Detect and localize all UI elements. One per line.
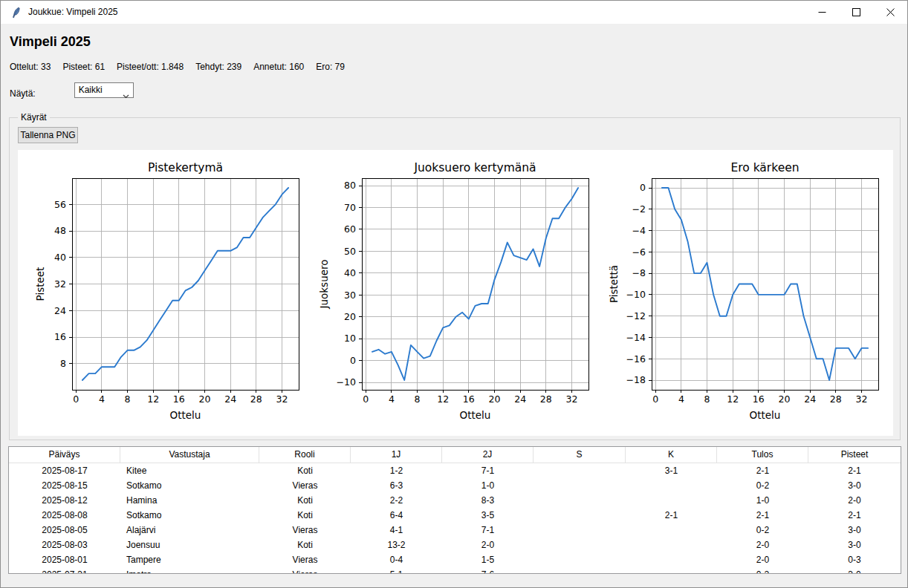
svg-text:8: 8 [704, 393, 710, 405]
svg-text:Ottelu: Ottelu [170, 409, 201, 421]
svg-text:0: 0 [350, 355, 356, 366]
table-row[interactable]: 2025-08-01TampereVieras0-41-52-00-3 [9, 552, 901, 567]
svg-text:Pisteet: Pisteet [34, 267, 46, 301]
svg-text:Juoksuero: Juoksuero [318, 259, 330, 309]
svg-text:−10: −10 [337, 376, 356, 388]
header-cell[interactable]: 1J [351, 447, 442, 463]
svg-text:24: 24 [54, 305, 66, 316]
header-cell[interactable]: Rooli [259, 447, 351, 463]
stat-item: Pisteet: 61 [62, 62, 105, 72]
table-cell [534, 478, 626, 493]
table-cell [626, 567, 717, 574]
table-cell: 2025-08-17 [9, 463, 120, 478]
svg-text:16: 16 [753, 393, 765, 405]
table-cell [534, 463, 626, 478]
svg-text:−2: −2 [632, 203, 646, 215]
svg-text:−18: −18 [626, 374, 646, 385]
header-cell[interactable]: Päiväys [9, 447, 120, 463]
table-cell: Koti [259, 508, 351, 523]
table-cell: 0-3 [808, 552, 901, 567]
table-row[interactable]: 2025-08-15SotkamoVieras6-31-00-23-0 [9, 478, 901, 493]
table-cell: 2-1 [717, 508, 808, 523]
table-cell: 7-1 [442, 463, 534, 478]
table-cell: Koti [259, 493, 351, 508]
table-cell: 2025-08-08 [9, 508, 120, 523]
table-row[interactable]: 2025-08-17KiteeKoti1-27-13-12-12-1 [9, 463, 901, 478]
header-cell[interactable]: Tulos [717, 447, 808, 463]
chart-2: 048121620242832−18−16−14−12−10−8−6−4−20E… [608, 161, 878, 421]
stat-item: Tehdyt: 239 [195, 62, 241, 72]
svg-text:12: 12 [727, 393, 739, 405]
svg-text:16: 16 [463, 393, 475, 405]
feather-icon [10, 7, 22, 19]
svg-text:8: 8 [125, 393, 131, 405]
table-cell: 3-0 [808, 567, 901, 574]
table-cell: Sotkamo [120, 508, 259, 523]
window-title: Joukkue: Vimpeli 2025 [28, 7, 118, 17]
table-cell: 1-0 [717, 493, 808, 508]
stat-item: Pisteet/ott: 1.848 [117, 62, 184, 72]
stat-item: Ottelut: 33 [10, 62, 51, 72]
table-cell: 2-1 [808, 508, 901, 523]
svg-text:24: 24 [514, 393, 526, 405]
svg-text:16: 16 [54, 331, 66, 342]
table-row[interactable]: 2025-08-08SotkamoKoti6-43-52-12-12-1 [9, 508, 901, 523]
table-cell: 2025-08-03 [9, 538, 120, 552]
header-cell[interactable]: Pisteet [808, 447, 901, 463]
save-png-button[interactable]: Tallenna PNG [18, 127, 78, 143]
header-cell[interactable]: K [626, 447, 717, 463]
table-cell: Joensuu [120, 538, 259, 552]
table-cell [626, 523, 717, 538]
table-cell: 2-1 [626, 508, 717, 523]
svg-text:16: 16 [173, 393, 185, 405]
table-cell: 3-5 [442, 508, 534, 523]
table-cell: 5-1 [351, 567, 442, 574]
table-cell [626, 478, 717, 493]
table-row[interactable]: 2025-08-03JoensuuKoti13-22-02-03-0 [9, 538, 901, 552]
svg-text:Pistettä: Pistettä [608, 265, 620, 303]
svg-text:30: 30 [344, 290, 356, 301]
svg-text:50: 50 [344, 246, 356, 257]
svg-text:24: 24 [224, 393, 236, 405]
table-header: PäiväysVastustajaRooli1J2JSKTulosPisteet [9, 447, 901, 463]
svg-text:4: 4 [389, 393, 395, 405]
svg-text:24: 24 [804, 393, 816, 405]
svg-text:8: 8 [415, 393, 421, 405]
table-row[interactable]: 2025-07-31ImatraVieras5-17-60-23-0 [9, 567, 901, 574]
header-cell[interactable]: Vastustaja [120, 447, 259, 463]
svg-text:Ero kärkeen: Ero kärkeen [730, 161, 799, 174]
svg-text:28: 28 [830, 393, 842, 405]
table-cell: Vieras [259, 523, 351, 538]
table-cell [534, 508, 626, 523]
chart-1: 048121620242832−1001020304050607080Juoks… [318, 161, 588, 421]
table-cell: 3-0 [808, 523, 901, 538]
table-cell: 1-2 [351, 463, 442, 478]
svg-text:70: 70 [344, 202, 356, 213]
table-cell [626, 552, 717, 567]
svg-text:10: 10 [344, 333, 356, 344]
table-cell: 0-2 [717, 478, 808, 493]
maximize-button[interactable] [839, 1, 873, 24]
filter-row: Näytä: Kaikki [10, 85, 103, 101]
table-cell: Tampere [120, 552, 259, 567]
table-cell: 8-3 [442, 493, 534, 508]
svg-text:4: 4 [678, 393, 684, 405]
table-cell: 0-2 [717, 567, 808, 574]
svg-text:20: 20 [489, 393, 501, 405]
table-cell: 3-1 [626, 463, 717, 478]
table-row[interactable]: 2025-08-12HaminaKoti2-28-31-02-0 [9, 493, 901, 508]
table-row[interactable]: 2025-08-05AlajärviVieras4-17-10-23-0 [9, 523, 901, 538]
stat-item: Ero: 79 [316, 62, 345, 72]
filter-label: Näytä: [10, 88, 36, 99]
figure-canvas: 0481216202428328162432404856Pistekertymä… [18, 150, 893, 436]
table-cell: Vieras [259, 552, 351, 567]
minimize-button[interactable] [805, 1, 839, 24]
table-cell [626, 538, 717, 552]
stat-item: Annetut: 160 [253, 62, 304, 72]
close-button[interactable] [873, 1, 907, 24]
header-cell[interactable]: S [534, 447, 626, 463]
show-filter-combobox[interactable]: Kaikki [74, 82, 134, 98]
header-cell[interactable]: 2J [442, 447, 534, 463]
combobox-value: Kaikki [79, 85, 103, 95]
table-cell: Sotkamo [120, 478, 259, 493]
